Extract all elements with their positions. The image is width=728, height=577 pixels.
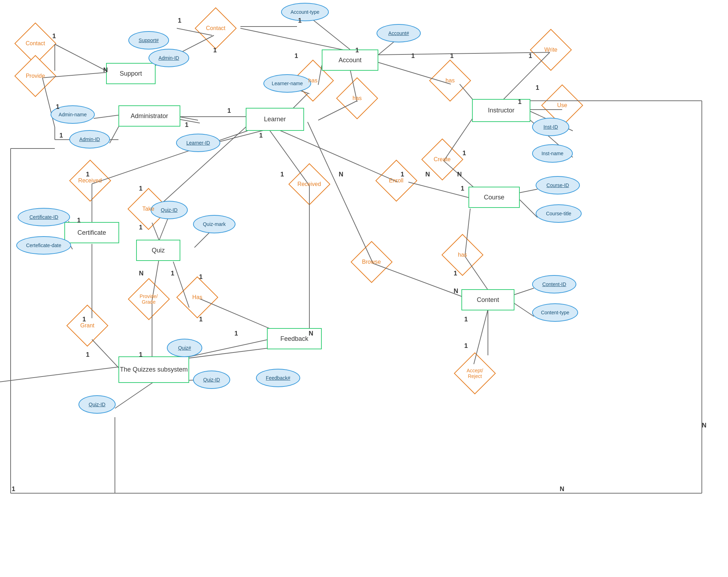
attr-admin-id-bot: Admin-ID bbox=[69, 130, 110, 148]
card-35: 1 bbox=[12, 485, 15, 493]
attr-quiz-id-top: Quiz-ID bbox=[151, 201, 188, 219]
card-n1: N bbox=[103, 66, 108, 74]
attr-quiz-id-bot2: Quiz-ID bbox=[78, 395, 116, 414]
card-n2: N bbox=[457, 171, 462, 178]
attr-learner-name: Learner-name bbox=[263, 74, 311, 93]
attr-course-id: Course-ID bbox=[536, 176, 580, 194]
svg-line-65 bbox=[115, 382, 154, 408]
attr-quiz-num: Quiz# bbox=[167, 339, 202, 357]
card-4: 1 bbox=[295, 52, 298, 60]
attr-content-id: Content-ID bbox=[532, 275, 576, 293]
card-16: 1 bbox=[259, 132, 263, 139]
attr-feedback-num: Feedback# bbox=[256, 369, 300, 387]
card-34: 1 bbox=[464, 342, 468, 350]
card-7: 1 bbox=[450, 52, 454, 60]
diamond-enroll: Enroll bbox=[379, 169, 413, 192]
card-10: 1 bbox=[518, 98, 522, 106]
svg-line-51 bbox=[520, 189, 537, 193]
card-n6: N bbox=[309, 330, 313, 337]
card-30: 1 bbox=[86, 351, 89, 359]
diamond-has2: has bbox=[341, 88, 373, 109]
svg-line-23 bbox=[110, 124, 120, 143]
svg-line-41 bbox=[152, 223, 159, 240]
diamond-provide: Provide bbox=[16, 64, 55, 88]
entity-feedback: Feedback bbox=[267, 328, 322, 349]
svg-line-25 bbox=[180, 120, 200, 123]
svg-line-9 bbox=[378, 52, 550, 55]
card-13: 1 bbox=[59, 132, 63, 139]
entity-quizzes-subsystem: The Quizzes subsystem bbox=[118, 356, 189, 383]
diamond-received2: Received bbox=[291, 173, 328, 196]
card-22: 1 bbox=[77, 217, 81, 224]
card-5: 1 bbox=[355, 47, 359, 54]
diamond-accept-reject: Accept/Reject bbox=[455, 360, 494, 386]
card-31: 1 bbox=[139, 351, 142, 359]
card-n5: N bbox=[139, 270, 144, 277]
card-2: 1 bbox=[298, 17, 302, 24]
diamond-browse: Browse bbox=[355, 250, 388, 273]
card-20: 1 bbox=[280, 171, 284, 178]
entity-account: Account bbox=[322, 49, 378, 71]
card-24: 1 bbox=[139, 224, 142, 231]
diamond-write: Write bbox=[533, 38, 569, 61]
attr-cert-id: Certificate-ID bbox=[18, 208, 70, 226]
card-18: 1 bbox=[461, 185, 464, 192]
svg-line-47 bbox=[269, 126, 398, 182]
card-n4: N bbox=[339, 171, 343, 178]
entity-learner: Learner bbox=[246, 108, 304, 131]
attr-account-type: Account-type bbox=[281, 3, 329, 21]
svg-line-33 bbox=[92, 131, 247, 184]
entity-support: Support bbox=[106, 63, 156, 84]
svg-line-24 bbox=[179, 117, 198, 120]
diamond-use: Use bbox=[546, 94, 578, 117]
diamond-has-course: has bbox=[447, 243, 478, 266]
diamond-provide-grade: Provide/Grade bbox=[130, 286, 167, 312]
card-28: 1 bbox=[234, 330, 238, 337]
attr-account-num: Account# bbox=[377, 24, 421, 42]
svg-line-22 bbox=[94, 115, 120, 118]
connection-lines bbox=[0, 0, 728, 577]
attr-quiz-id-bot1: Quiz-ID bbox=[193, 371, 230, 389]
card-14: 1 bbox=[185, 121, 188, 129]
svg-line-56 bbox=[513, 302, 534, 316]
card-26: 1 bbox=[199, 273, 203, 281]
svg-line-27 bbox=[55, 44, 106, 71]
card-12: 1 bbox=[56, 103, 59, 111]
svg-line-39 bbox=[92, 339, 120, 369]
card-9: 1 bbox=[536, 84, 539, 92]
card-25: 1 bbox=[171, 270, 174, 277]
card-32: 1 bbox=[454, 270, 457, 277]
card-11: 1 bbox=[52, 33, 56, 40]
attr-content-type: Content-type bbox=[532, 303, 578, 322]
card-6: 1 bbox=[411, 52, 415, 60]
card-n9: N bbox=[702, 422, 706, 429]
entity-instructor: Instructor bbox=[472, 99, 530, 122]
card-n8: N bbox=[560, 485, 564, 493]
card-27: 1 bbox=[199, 316, 203, 323]
diamond-has3: has bbox=[434, 70, 466, 91]
card-33: 1 bbox=[464, 316, 468, 323]
card-n3: N bbox=[425, 171, 430, 178]
entity-course: Course bbox=[468, 187, 520, 208]
svg-line-2 bbox=[240, 28, 350, 51]
diamond-contact-left: Contact bbox=[16, 31, 55, 56]
card-8: 1 bbox=[529, 52, 532, 60]
diamond-contact-top: Contact bbox=[196, 16, 235, 41]
attr-quiz-mark: Quiz-mark bbox=[193, 215, 235, 233]
diamond-has-quiz: Has bbox=[181, 286, 213, 309]
attr-cert-date: Certeficate-date bbox=[16, 236, 71, 255]
card-15: 1 bbox=[227, 107, 231, 115]
attr-course-title: Course-title bbox=[536, 204, 582, 223]
entity-quiz: Quiz bbox=[136, 240, 180, 261]
svg-line-55 bbox=[513, 288, 534, 295]
card-17: 1 bbox=[462, 150, 466, 157]
diamond-received1: Received bbox=[71, 169, 109, 192]
entity-administrator: Administrator bbox=[118, 105, 180, 127]
attr-inst-id: Inst-ID bbox=[532, 118, 569, 136]
attr-support-num: Support# bbox=[128, 31, 169, 49]
attr-admin-id-top: Admin-ID bbox=[148, 49, 189, 67]
erd-diagram: Account Support Administrator Learner In… bbox=[0, 0, 728, 577]
card-23: 1 bbox=[139, 185, 142, 192]
attr-inst-name: Inst-name bbox=[532, 144, 573, 163]
entity-content: Content bbox=[461, 289, 514, 310]
